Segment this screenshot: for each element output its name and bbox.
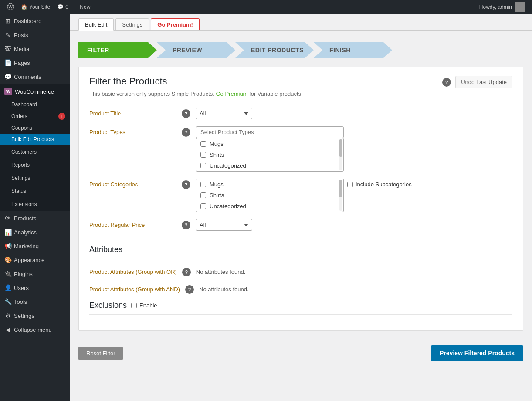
help-icon-product-types[interactable]: ?	[182, 128, 190, 137]
product-title-select[interactable]: All Contains Starts with Ends with	[196, 108, 252, 119]
sidebar-item-plugins[interactable]: 🔌 Plugins	[0, 267, 70, 281]
label-shirts: Shirts	[210, 152, 224, 158]
sidebar-item-dashboard[interactable]: ⊞ Dashboard	[0, 14, 70, 28]
sidebar-item-pages[interactable]: 📄 Pages	[0, 56, 70, 70]
step-filter-label: FILTER	[87, 47, 109, 54]
filter-control-attributes-or: No attributes found.	[196, 266, 512, 275]
sidebar-item-collapse[interactable]: ◀ Collapse menu	[0, 323, 70, 337]
categories-scrollbar[interactable]	[339, 180, 342, 211]
include-subcategories-checkbox[interactable]	[347, 182, 353, 187]
sidebar-label-customers: Customers	[11, 149, 37, 155]
sidebar-item-media[interactable]: 🖼 Media	[0, 42, 70, 56]
checkbox-uncategorized-type[interactable]	[200, 163, 206, 168]
adminbar-wp-logo[interactable]: ⓦ	[3, 0, 17, 14]
sidebar-item-woo-dashboard[interactable]: Dashboard	[0, 99, 70, 110]
sidebar-label-collapse: Collapse menu	[14, 327, 52, 333]
sidebar-label-reports: Reports	[11, 162, 30, 168]
sidebar-item-settings-main[interactable]: ⚙ Settings	[0, 309, 70, 323]
checkbox-category-shirts[interactable]	[200, 192, 206, 198]
sidebar-label-extensions: Extensions	[11, 201, 37, 207]
marketing-icon: 📢	[4, 243, 11, 249]
product-types-input[interactable]	[196, 126, 344, 138]
filter-subtitle-after: for Variable products.	[249, 91, 303, 97]
sidebar-item-bulk-edit[interactable]: Bulk Edit Products	[0, 134, 70, 145]
label-category-uncategorized: Uncategorized	[210, 203, 246, 209]
sidebar-item-status[interactable]: Status	[0, 185, 70, 198]
sidebar-item-coupons[interactable]: Coupons	[0, 122, 70, 134]
adminbar-comments-count: 0	[65, 4, 68, 10]
sidebar-item-marketing[interactable]: 📢 Marketing	[0, 239, 70, 253]
reset-filter-button[interactable]: Reset Filter	[78, 347, 123, 360]
filter-go-premium-link[interactable]: Go Premium	[216, 91, 249, 97]
step-filter[interactable]: FILTER	[78, 42, 157, 58]
sidebar-item-appearance[interactable]: 🎨 Appearance	[0, 253, 70, 267]
category-uncategorized[interactable]: Uncategorized	[196, 201, 343, 212]
filter-label-product-title: Product Title	[89, 108, 176, 117]
help-icon-product-title[interactable]: ?	[182, 109, 190, 118]
preview-filtered-products-button[interactable]: Preview Filtered Products	[431, 345, 523, 361]
sidebar-item-posts[interactable]: ✎ Posts	[0, 28, 70, 42]
checkbox-category-mugs[interactable]	[200, 182, 206, 187]
help-icon-product-categories[interactable]: ?	[182, 180, 190, 189]
filter-row-product-title: Product Title ? All Contains Starts with…	[89, 108, 512, 119]
dashboard-icon: ⊞	[4, 17, 11, 24]
categories-scrollbar-thumb	[339, 180, 342, 197]
product-type-uncategorized[interactable]: Uncategorized	[196, 160, 343, 171]
help-icon-attributes-or[interactable]: ?	[182, 268, 191, 276]
orders-badge: 1	[58, 113, 65, 120]
exclusions-enable-label[interactable]: Enable	[131, 302, 157, 309]
sidebar-item-tools[interactable]: 🔧 Tools	[0, 295, 70, 309]
sidebar-item-analytics[interactable]: 📊 Analytics	[0, 225, 70, 239]
dropdown-scrollbar[interactable]	[339, 139, 342, 170]
help-icon-regular-price[interactable]: ?	[182, 221, 190, 229]
adminbar-site[interactable]: 🏠 Your Site	[17, 0, 54, 14]
adminbar-howdy[interactable]: Howdy, admin	[476, 2, 529, 12]
filter-label-product-types: Product Types	[89, 126, 176, 135]
help-icon-attributes-and[interactable]: ?	[185, 285, 194, 294]
footer-bar: Reset Filter Preview Filtered Products	[70, 340, 532, 366]
tab-settings[interactable]: Settings	[115, 18, 149, 30]
sidebar-item-settings-woo[interactable]: Settings	[0, 172, 70, 185]
exclusions-checkbox[interactable]	[131, 303, 137, 308]
adminbar-new[interactable]: + New	[72, 0, 94, 14]
product-type-mugs[interactable]: Mugs	[196, 138, 343, 149]
step-preview[interactable]: PREVIEW	[157, 42, 235, 58]
sidebar-item-comments[interactable]: 💬 Comments	[0, 70, 70, 84]
filter-label-attributes-and: Product Attributes (Group with AND)	[89, 283, 180, 293]
product-types-dropdown: Mugs Shirts Uncategorized	[196, 138, 344, 172]
filter-control-product-title: All Contains Starts with Ends with	[196, 108, 512, 119]
filter-card: Filter the Products This basic version o…	[78, 67, 523, 331]
checkbox-mugs[interactable]	[200, 141, 206, 147]
adminbar-comments[interactable]: 💬 0	[54, 0, 72, 14]
tab-premium[interactable]: Go Premium!	[151, 18, 200, 30]
sidebar-label-posts: Posts	[14, 32, 28, 38]
step-finish[interactable]: FINISH	[314, 42, 392, 58]
tab-bulk-edit[interactable]: Bulk Edit	[78, 18, 114, 31]
checkbox-shirts[interactable]	[200, 152, 206, 158]
undo-last-update-button[interactable]: Undo Last Update	[455, 76, 512, 88]
sidebar-main-section: ⊞ Dashboard ✎ Posts 🖼 Media 📄 Pages 💬 Co…	[0, 14, 70, 84]
sidebar-item-extensions[interactable]: Extensions	[0, 198, 70, 211]
step-edit[interactable]: EDIT PRODUCTS	[235, 42, 314, 58]
sidebar-item-woocommerce[interactable]: W WooCommerce	[0, 84, 70, 99]
filter-control-regular-price: All Greater than Less than Equal to Betw…	[196, 219, 512, 231]
sidebar-label-tools: Tools	[14, 299, 27, 305]
filter-subtitle-plain: This basic version only supports Simple …	[89, 91, 214, 97]
sidebar-label-bulk-edit: Bulk Edit Products	[11, 136, 54, 142]
sidebar-item-users[interactable]: 👤 Users	[0, 281, 70, 295]
sidebar-item-orders[interactable]: Orders 1	[0, 110, 70, 122]
appearance-icon: 🎨	[4, 256, 11, 263]
adminbar-howdy-text: Howdy, admin	[479, 4, 512, 10]
include-subcategories-label[interactable]: Include Subcategories	[347, 179, 412, 188]
category-shirts[interactable]: Shirts	[196, 190, 343, 201]
sidebar-item-reports[interactable]: Reports	[0, 158, 70, 172]
product-type-shirts[interactable]: Shirts	[196, 149, 343, 160]
main-content: Bulk Edit Settings Go Premium! FILTER PR…	[70, 14, 532, 401]
checkbox-category-uncategorized[interactable]	[200, 203, 206, 209]
regular-price-select[interactable]: All Greater than Less than Equal to Betw…	[196, 219, 252, 231]
preview-filtered-products-label: Preview Filtered Products	[440, 350, 515, 357]
sidebar-item-customers[interactable]: Customers	[0, 145, 70, 158]
category-mugs[interactable]: Mugs	[196, 179, 343, 190]
help-icon[interactable]: ?	[442, 78, 451, 87]
sidebar-item-products[interactable]: 🛍 Products	[0, 211, 70, 225]
